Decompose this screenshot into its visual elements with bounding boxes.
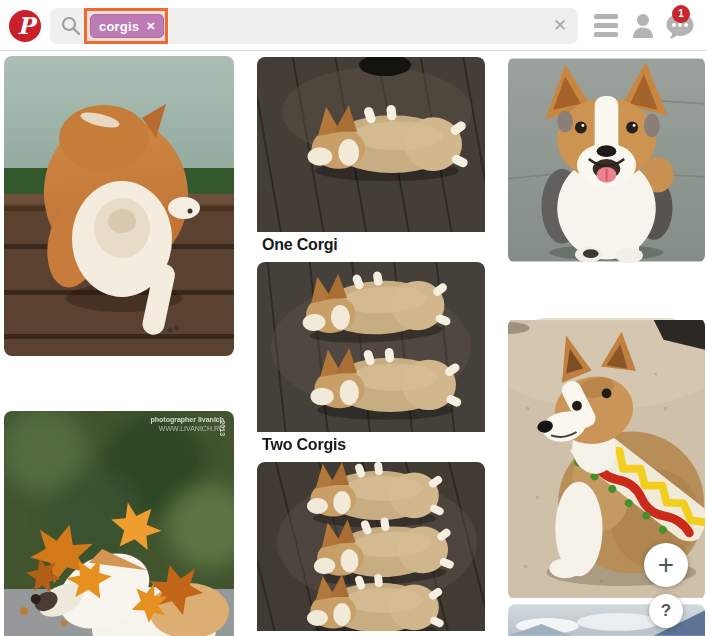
- pin-caption-cut: [257, 631, 485, 636]
- add-pin-button[interactable]: +: [644, 543, 688, 587]
- plus-icon: +: [658, 549, 674, 581]
- one-corgi-photo: [257, 57, 485, 232]
- corgi-ledge-photo: [4, 56, 234, 356]
- top-bar: P corgis ✕ ✕ 1: [0, 0, 707, 51]
- question-icon: ?: [661, 601, 671, 621]
- pin-caption-one-corgi: One Corgi: [257, 232, 485, 258]
- search-chip-corgis[interactable]: corgis ✕: [90, 14, 164, 38]
- help-button[interactable]: ?: [649, 594, 683, 628]
- pin-corgi-ledge[interactable]: [4, 56, 234, 356]
- search-chip-label: corgis: [99, 19, 139, 34]
- two-corgis-photo: [257, 262, 485, 432]
- pinterest-logo[interactable]: P: [9, 10, 41, 42]
- pin-two-corgis[interactable]: Two Corgis: [257, 262, 485, 458]
- pin-corgi-leaves[interactable]: photographer livanich WWW.LIVANICH.RU 20…: [4, 411, 234, 636]
- notification-badge: 1: [672, 5, 690, 23]
- corgi-puppy-photo: [508, 57, 705, 263]
- photo-watermark: photographer livanich WWW.LIVANICH.RU 20…: [150, 416, 224, 433]
- pin-caption-two-corgis: Two Corgis: [257, 432, 485, 458]
- clear-search-icon[interactable]: ✕: [548, 14, 572, 38]
- profile-icon[interactable]: [630, 12, 656, 39]
- menu-icon[interactable]: [594, 14, 618, 37]
- corgi-leaves-photo: [4, 411, 234, 636]
- pinterest-app: P corgis ✕ ✕ 1: [0, 0, 707, 636]
- pin-three-corgis[interactable]: [257, 462, 485, 636]
- pin-corgi-puppy[interactable]: [508, 57, 705, 263]
- chip-remove-icon[interactable]: ✕: [146, 21, 155, 32]
- pin-one-corgi[interactable]: One Corgi: [257, 57, 485, 258]
- search-icon: [60, 15, 82, 37]
- three-corgis-photo: [257, 462, 485, 631]
